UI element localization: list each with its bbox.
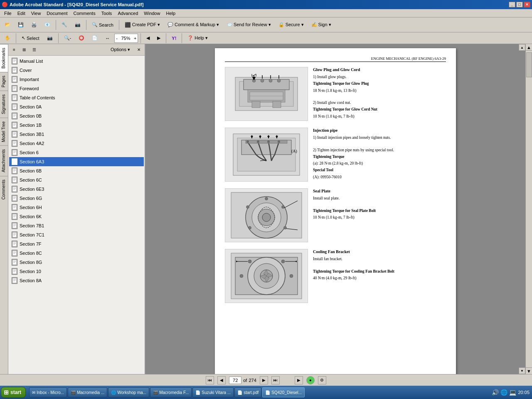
sidebar-detail-view-button[interactable]: ☰	[30, 46, 38, 54]
zoom-in-button[interactable]: ⭕	[76, 33, 87, 44]
sidebar-item-5[interactable]: Section 0A	[9, 102, 144, 111]
sidebar-item-0[interactable]: Manual List	[9, 57, 144, 66]
tab-attachments[interactable]: Attachments	[0, 145, 8, 176]
sidebar-item-11[interactable]: Section 6A3	[9, 157, 144, 166]
snapshot-button[interactable]: 📷	[44, 33, 56, 44]
sidebar-item-label-18: Section 7B1	[20, 223, 44, 228]
minimize-button[interactable]: _	[509, 2, 515, 7]
tab-bookmarks[interactable]: Bookmarks	[0, 44, 8, 72]
create-pdf-button[interactable]: ⬛ Create PDF ▾	[122, 20, 163, 30]
tab-signatures[interactable]: Signatures	[0, 91, 8, 118]
send-review-button[interactable]: 📨 Send for Review ▾	[224, 20, 274, 30]
sidebar-item-15[interactable]: Section 6G	[9, 194, 144, 203]
zoom-input[interactable]	[118, 36, 133, 41]
options-button[interactable]: Options ▾	[108, 44, 133, 55]
sidebar-item-8[interactable]: Section 3B1	[9, 130, 144, 139]
scroll-thumb[interactable]	[526, 52, 532, 77]
sidebar-item-17[interactable]: Section 6K	[9, 212, 144, 221]
doc-icon-13	[12, 177, 17, 183]
sidebar-item-12[interactable]: Section 6B	[9, 166, 144, 175]
hand-tool-button[interactable]: ✋	[2, 33, 13, 44]
yahoo-button[interactable]: Y!	[169, 33, 179, 44]
help-button[interactable]: ❓ Help ▾	[185, 33, 211, 44]
sidebar-item-label-24: Section 8A	[20, 278, 42, 283]
zoom-out-button[interactable]: 🔍-	[61, 33, 74, 44]
save-button[interactable]: 💾	[15, 20, 27, 30]
sidebar-item-6[interactable]: Section 0B	[9, 111, 144, 121]
pdf-scroll-down-button[interactable]: ▼	[519, 367, 525, 374]
sidebar-item-18[interactable]: Section 7B1	[9, 221, 144, 230]
sign-button[interactable]: ✍️ Sign ▾	[308, 20, 334, 30]
taskbar-item-4[interactable]: 📄 Suzuki Vitara ...	[192, 387, 234, 397]
menu-document[interactable]: Document	[44, 10, 70, 17]
zoom-page-button[interactable]: 📄	[89, 33, 101, 44]
menu-edit[interactable]: Edit	[15, 10, 28, 17]
taskbar-item-5[interactable]: 📄 start.pdf	[234, 387, 261, 397]
start-button[interactable]: ⊞ start	[1, 387, 26, 398]
comment-markup-button[interactable]: 💬 Comment & Markup ▾	[165, 20, 222, 30]
sidebar-item-1[interactable]: Cover	[9, 66, 144, 75]
close-button[interactable]: ✕	[524, 2, 530, 7]
svg-point-125	[278, 140, 280, 143]
nav-prev-button[interactable]: ◀	[217, 376, 226, 384]
nav-first-button[interactable]: ⏮	[206, 376, 214, 384]
scroll-bottom-button[interactable]: ▼	[526, 367, 532, 374]
sidebar-item-14[interactable]: Section 6E3	[9, 185, 144, 194]
secure-button[interactable]: 🔒 Secure ▾	[276, 20, 307, 30]
zoom-out-icon[interactable]: -	[116, 36, 118, 41]
play-button[interactable]: ▶	[295, 376, 303, 384]
nav-next-button[interactable]: ▶	[260, 376, 268, 384]
sidebar-list-view-button[interactable]: ≡	[10, 46, 18, 54]
scroll-top-button[interactable]: ▲	[526, 44, 532, 51]
sidebar-item-16[interactable]: Section 6H	[9, 203, 144, 212]
sidebar-item-4[interactable]: Table of Contents	[9, 93, 144, 102]
prev-page-button[interactable]: ◀	[143, 33, 153, 44]
sidebar-item-21[interactable]: Section 8C	[9, 249, 144, 258]
pdf-viewer[interactable]: ENGINE MECHANICAL (RF ENGINE) 6A3-29	[145, 44, 525, 374]
sidebar-item-9[interactable]: Section 4A2	[9, 139, 144, 148]
search-button[interactable]: 🔍 Search	[89, 20, 116, 30]
tab-model-tree[interactable]: Model Tree	[0, 118, 8, 145]
sidebar-item-23[interactable]: Section 10	[9, 267, 144, 276]
menu-advanced[interactable]: Advanced	[115, 10, 140, 17]
sidebar-item-22[interactable]: Section 8G	[9, 258, 144, 267]
taskbar-item-1[interactable]: 🎬 Macromedia ...	[68, 387, 107, 397]
menu-view[interactable]: View	[29, 10, 44, 17]
menu-file[interactable]: File	[2, 10, 14, 17]
menu-window[interactable]: Window	[141, 10, 163, 17]
page-number-input[interactable]	[229, 377, 241, 384]
camera-button[interactable]: 📷	[72, 20, 84, 30]
nav-last-button[interactable]: ⏭	[271, 376, 280, 384]
taskbar-item-3[interactable]: 🎬 Macromedia F...	[150, 387, 192, 397]
email-button[interactable]: 📧	[42, 20, 53, 30]
zoom-width-button[interactable]: ↔	[102, 33, 113, 44]
sidebar-item-7[interactable]: Section 1B	[9, 121, 144, 130]
next-page-button[interactable]: ▶	[154, 33, 163, 44]
taskbar-item-2[interactable]: 🌐 Workshop ma...	[108, 387, 149, 397]
settings-button[interactable]: ⚙	[318, 376, 326, 384]
open-button[interactable]: 📂	[2, 20, 13, 30]
sidebar-item-2[interactable]: Important	[9, 75, 144, 84]
maximize-button[interactable]: □	[516, 2, 523, 7]
sidebar-item-20[interactable]: Section 7F	[9, 239, 144, 249]
tools-button[interactable]: 🔧	[59, 20, 70, 30]
taskbar-item-0[interactable]: ✉ Inbox - Micro...	[29, 387, 67, 397]
menu-comments[interactable]: Comments	[71, 10, 98, 17]
sidebar-grid-view-button[interactable]: ⊞	[20, 46, 28, 54]
menu-tools[interactable]: Tools	[99, 10, 115, 17]
sidebar-item-24[interactable]: Section 8A	[9, 276, 144, 285]
zoom-in-icon[interactable]: +	[134, 36, 136, 41]
tab-pages[interactable]: Pages	[0, 72, 8, 91]
tab-comments[interactable]: Comments	[0, 176, 8, 203]
sidebar-item-19[interactable]: Section 7C1	[9, 230, 144, 239]
sidebar-item-3[interactable]: Foreword	[9, 84, 144, 93]
select-button[interactable]: ↖ Select	[19, 33, 42, 44]
menu-help[interactable]: Help	[163, 10, 178, 17]
pdf-scroll-up-button[interactable]: ▲	[519, 44, 525, 51]
taskbar-item-6[interactable]: 📄 SQ420_Diesel...	[262, 387, 305, 397]
sidebar-item-13[interactable]: Section 6C	[9, 175, 144, 185]
sidebar-item-10[interactable]: Section 6	[9, 148, 144, 157]
options-circle-button[interactable]: ●	[306, 376, 315, 384]
print-button[interactable]: 🖨️	[28, 20, 40, 30]
sidebar-close-button[interactable]: ✕	[135, 46, 143, 54]
